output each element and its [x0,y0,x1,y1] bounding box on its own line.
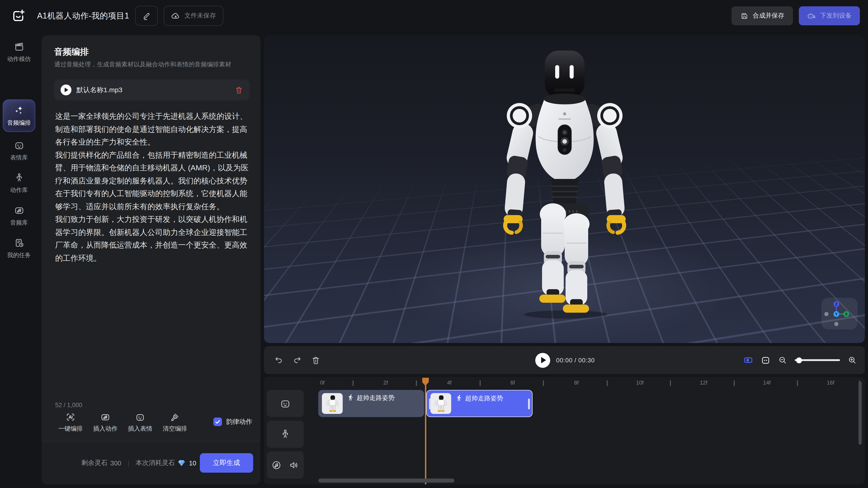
track-header-expression[interactable] [267,421,304,448]
timeline-panel: 0f 2f 4f 6f 8f 10f 12f 14f 16f [264,377,865,484]
ruler-tick [543,381,544,386]
sidebar-label: 表情库 [10,154,28,162]
deploy-to-device-button[interactable]: 下发到设备 [799,6,860,25]
play-button[interactable] [535,353,550,367]
clip-thumbnail [322,393,343,414]
playback-bar: 00:00 / 00:30 [264,346,865,374]
cost-summary: 剩余灵石 300 | 本次消耗灵石 10 [81,459,196,467]
ruler-label: 12f [700,380,707,386]
ruler-label: 10f [636,380,644,386]
vertical-scrollbar[interactable] [859,381,862,445]
generate-now-button[interactable]: 立即生成 [200,453,253,473]
track-header-motion[interactable] [267,390,304,417]
zoom-in-icon[interactable] [848,356,857,365]
sparkles-icon [13,105,24,116]
tool-label: 插入动作 [93,425,118,433]
cloud-unsaved-icon [171,11,180,21]
ruler-label: 4f [447,380,452,386]
horizontal-scrollbar[interactable] [318,479,454,483]
clip-title: 超帅走路姿势 [357,394,395,402]
person-icon [14,173,24,183]
motion-clip[interactable]: 超帅走路姿势 [318,390,424,417]
delete-audio-icon[interactable] [235,86,243,94]
remaining-label: 剩余灵石 [81,459,107,467]
sidebar-label: 动作库 [10,186,28,194]
sidebar-item-expression-lib[interactable]: 表情库 [0,140,38,162]
ruler-label: 0f [320,380,324,386]
undo-icon[interactable] [274,355,283,365]
delete-clip-icon[interactable] [311,355,320,365]
motion-clip-selected[interactable]: 超帅走路姿势 [426,390,532,417]
sidebar-nav: 动作模仿 音频编排 表情库 动作库 音频库 我的任务 [0,32,38,488]
playhead-handle[interactable] [422,378,429,386]
timeline-zoom-slider[interactable] [795,359,840,361]
clip-trim-handle-left[interactable] [429,398,431,410]
zoom-out-icon[interactable] [778,356,787,365]
fit-timeline-icon[interactable] [761,355,770,365]
brush-icon [170,412,180,422]
transcript-paragraph: 我们致力于创新，大力投资于研发，以突破人机协作和机器学习的界限。创新机器人公司助… [55,213,249,265]
insert-motion-button[interactable]: 插入动作 [90,412,121,433]
audio-file-card: 默认名称1.mp3 [54,79,250,100]
tool-label: 插入表情 [128,425,152,433]
sidebar-item-my-tasks[interactable]: 我的任务 [0,238,38,259]
audio-arrange-panel: 音频编排 通过音频处理，生成音频素材以及融合动作和表情的音频编排素材 默认名称1… [41,35,260,484]
char-count: 52 / 1,000 [55,402,82,409]
rename-project-button[interactable] [135,6,158,26]
project-title: A1机器人动作-我的项目1 [37,10,129,21]
app-window: A1机器人动作-我的项目1 文件未保存 合成并保存 下发到设备 动作模仿 [0,0,868,488]
sidebar-item-audio-lib[interactable]: 音频库 [0,205,38,227]
robot-figure [497,48,632,319]
axis-gizmo[interactable]: Z Y X [822,298,858,329]
pencil-icon [142,11,151,20]
redo-icon[interactable] [292,355,302,365]
compose-save-button[interactable]: 合成并保存 [732,6,793,25]
zoom-slider-thumb[interactable] [796,357,802,363]
ruler-tick [797,381,798,386]
sidebar-label: 音频库 [10,219,28,227]
topbar-actions: 合成并保存 下发到设备 [732,6,863,25]
track-header-audio[interactable] [267,451,304,479]
insert-track-icon[interactable] [743,355,753,365]
edit-controls [274,346,320,374]
panel-title: 音频编排 [54,46,89,58]
speaker-icon [289,460,299,470]
sidebar-label: 我的任务 [7,251,31,259]
audio-play-button[interactable] [61,85,71,95]
viewport-3d[interactable]: Z Y X [264,35,865,343]
robot-face-icon [14,140,24,151]
tasks-icon [14,238,24,248]
axis-x-label: X [845,312,848,316]
ruler-label: 8f [574,380,579,386]
cost-value: 10 [189,459,196,466]
axis-z-label: Z [835,302,837,306]
clip-trim-handle-right[interactable] [528,398,530,410]
walking-person-icon [456,394,463,401]
walking-person-icon [347,394,354,401]
gem-icon [178,459,185,467]
tool-label: 清空编排 [163,425,187,433]
sidebar-item-audio-arrange[interactable]: 音频编排 [0,105,38,127]
cost-label: 本次消耗灵石 [135,459,175,467]
clear-arrange-button[interactable]: 清空编排 [160,412,190,433]
ruler-label: 16f [827,380,834,386]
one-click-arrange-button[interactable]: 一键编排 [55,412,86,433]
panel-subtitle: 通过音频处理，生成音频素材以及融合动作和表情的音频编排素材 [54,61,250,69]
insert-expression-button[interactable]: 插入表情 [125,412,156,433]
timeline-view-controls [743,346,857,374]
transcript-paragraph: 这是一家全球领先的公司专注于先进机器人系统的设计、制造和部署我们的使命是通过智能… [55,110,249,149]
transcript-text[interactable]: 这是一家全球领先的公司专注于先进机器人系统的设计、制造和部署我们的使命是通过智能… [55,110,249,265]
rhythm-checkbox[interactable] [213,418,222,426]
sidebar-item-motion-lib[interactable]: 动作库 [0,173,38,194]
ruler-label: 2f [383,380,388,386]
robot-face-icon [280,398,291,409]
sidebar-label: 音频编排 [7,119,31,127]
ruler-tick [670,381,671,386]
app-logo-icon [12,9,25,23]
panel-footer: 剩余灵石 300 | 本次消耗灵石 10 立即生成 [41,441,260,484]
save-icon [740,11,749,20]
playhead[interactable] [425,378,426,484]
transport-controls: 00:00 / 00:30 [535,346,595,374]
sidebar-item-motion-mimic[interactable]: 动作模仿 [0,41,38,63]
remaining-value: 300 [110,459,121,466]
